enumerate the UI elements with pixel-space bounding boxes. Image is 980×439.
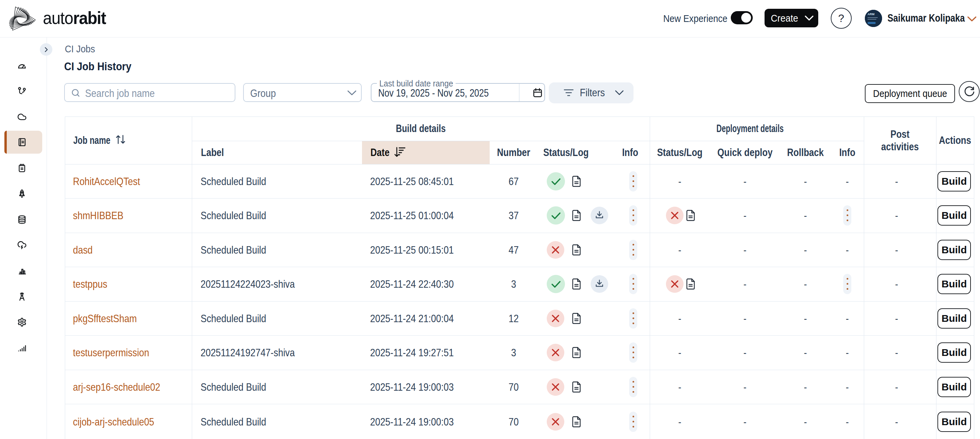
svg-text:ARM: ARM [867,13,875,16]
